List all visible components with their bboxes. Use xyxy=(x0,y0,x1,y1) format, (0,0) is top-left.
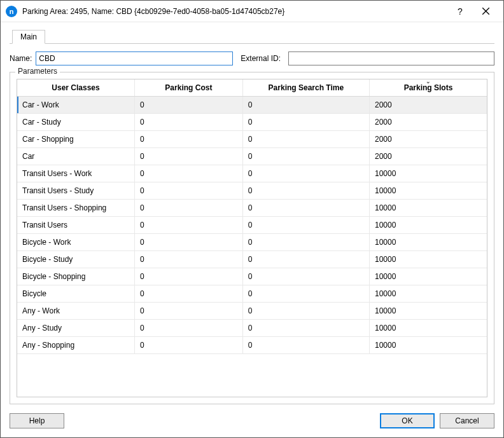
window-title: Parking Area: 2495, Name: CBD {4cb0929e-… xyxy=(22,7,284,16)
parameters-table[interactable]: User Classes Parking Cost Parking Search… xyxy=(17,79,487,354)
tab-main[interactable]: Main xyxy=(12,30,45,44)
cell-search-time[interactable]: 0 xyxy=(242,320,369,337)
cell-cost[interactable]: 0 xyxy=(135,97,243,114)
table-row[interactable]: Transit Users - Shopping0010000 xyxy=(17,200,487,217)
cell-user-class[interactable]: Bicycle xyxy=(17,285,135,303)
cell-cost[interactable]: 0 xyxy=(135,131,243,148)
table-row[interactable]: Bicycle0010000 xyxy=(17,285,487,303)
ok-button[interactable]: OK xyxy=(380,413,435,428)
cell-cost[interactable]: 0 xyxy=(135,268,243,285)
cell-user-class[interactable]: Transit Users xyxy=(17,217,135,234)
cell-search-time[interactable]: 0 xyxy=(242,131,369,148)
cell-search-time[interactable]: 0 xyxy=(242,217,369,234)
cell-slots[interactable]: 10000 xyxy=(369,251,487,268)
cell-slots[interactable]: 10000 xyxy=(369,285,487,303)
cell-search-time[interactable]: 0 xyxy=(242,148,369,165)
parameters-table-wrap: User Classes Parking Cost Parking Search… xyxy=(17,79,487,397)
cell-user-class[interactable]: Car xyxy=(17,148,135,165)
cell-slots[interactable]: 2000 xyxy=(369,97,487,114)
table-row[interactable]: Any - Study0010000 xyxy=(17,320,487,337)
cell-user-class[interactable]: Bicycle - Shopping xyxy=(17,268,135,285)
cell-slots[interactable]: 10000 xyxy=(369,165,487,182)
cell-cost[interactable]: 0 xyxy=(135,217,243,234)
table-row[interactable]: Transit Users - Work0010000 xyxy=(17,165,487,182)
cell-user-class[interactable]: Car - Study xyxy=(17,114,135,131)
cancel-button[interactable]: Cancel xyxy=(440,413,494,428)
cell-search-time[interactable]: 0 xyxy=(242,303,369,320)
name-input[interactable] xyxy=(36,51,233,65)
cell-slots[interactable]: 10000 xyxy=(369,303,487,320)
cell-slots[interactable]: 10000 xyxy=(369,217,487,234)
cell-user-class[interactable]: Transit Users - Shopping xyxy=(17,200,135,217)
cell-slots[interactable]: 10000 xyxy=(369,234,487,251)
cell-cost[interactable]: 0 xyxy=(135,320,243,337)
titlebar-help-button[interactable]: ? xyxy=(447,1,473,22)
cell-user-class[interactable]: Bicycle - Study xyxy=(17,251,135,268)
external-id-input[interactable] xyxy=(288,51,494,65)
table-row[interactable]: Bicycle - Study0010000 xyxy=(17,251,487,268)
table-row[interactable]: Car - Study002000 xyxy=(17,114,487,131)
table-row[interactable]: Bicycle - Work0010000 xyxy=(17,234,487,251)
cell-user-class[interactable]: Any - Shopping xyxy=(17,337,135,354)
parameters-legend: Parameters xyxy=(15,67,60,76)
cell-user-class[interactable]: Car - Work xyxy=(17,97,135,114)
cell-cost[interactable]: 0 xyxy=(135,285,243,303)
name-label: Name: xyxy=(10,54,32,63)
cell-search-time[interactable]: 0 xyxy=(242,285,369,303)
cell-cost[interactable]: 0 xyxy=(135,165,243,182)
cell-slots[interactable]: 10000 xyxy=(369,320,487,337)
dialog-footer: Help OK Cancel xyxy=(1,404,503,437)
cell-search-time[interactable]: 0 xyxy=(242,251,369,268)
cell-cost[interactable]: 0 xyxy=(135,303,243,320)
cell-slots[interactable]: 2000 xyxy=(369,131,487,148)
table-row[interactable]: Transit Users - Study0010000 xyxy=(17,182,487,200)
col-user-classes[interactable]: User Classes xyxy=(17,79,135,97)
cell-slots[interactable]: 2000 xyxy=(369,114,487,131)
col-parking-cost[interactable]: Parking Cost xyxy=(135,79,243,97)
table-row[interactable]: Car - Shopping002000 xyxy=(17,131,487,148)
cell-cost[interactable]: 0 xyxy=(135,234,243,251)
table-row[interactable]: Bicycle - Shopping0010000 xyxy=(17,268,487,285)
cell-cost[interactable]: 0 xyxy=(135,114,243,131)
parameters-fieldset: Parameters User Classes Parking Cost Par… xyxy=(10,72,494,404)
chevron-down-icon: ⌄ xyxy=(426,79,431,85)
cell-user-class[interactable]: Any - Work xyxy=(17,303,135,320)
table-row[interactable]: Car002000 xyxy=(17,148,487,165)
cell-search-time[interactable]: 0 xyxy=(242,97,369,114)
external-id-label: External ID: xyxy=(241,54,281,63)
cell-cost[interactable]: 0 xyxy=(135,251,243,268)
col-parking-search-time[interactable]: Parking Search Time xyxy=(242,79,369,97)
cell-user-class[interactable]: Any - Study xyxy=(17,320,135,337)
cell-search-time[interactable]: 0 xyxy=(242,268,369,285)
cell-user-class[interactable]: Transit Users - Work xyxy=(17,165,135,182)
table-row[interactable]: Any - Work0010000 xyxy=(17,303,487,320)
cell-user-class[interactable]: Transit Users - Study xyxy=(17,182,135,200)
cell-search-time[interactable]: 0 xyxy=(242,200,369,217)
cell-user-class[interactable]: Bicycle - Work xyxy=(17,234,135,251)
cell-slots[interactable]: 10000 xyxy=(369,200,487,217)
col-parking-slots-label: Parking Slots xyxy=(404,83,453,92)
cell-slots[interactable]: 10000 xyxy=(369,337,487,354)
col-parking-slots[interactable]: ⌄Parking Slots xyxy=(369,79,487,97)
form-row: Name: External ID: xyxy=(10,51,494,65)
table-row[interactable]: Car - Work002000 xyxy=(17,97,487,114)
cell-cost[interactable]: 0 xyxy=(135,182,243,200)
cell-slots[interactable]: 10000 xyxy=(369,268,487,285)
cell-slots[interactable]: 2000 xyxy=(369,148,487,165)
cell-cost[interactable]: 0 xyxy=(135,148,243,165)
cell-search-time[interactable]: 0 xyxy=(242,114,369,131)
table-row[interactable]: Transit Users0010000 xyxy=(17,217,487,234)
close-icon xyxy=(482,8,489,15)
cell-slots[interactable]: 10000 xyxy=(369,182,487,200)
cell-search-time[interactable]: 0 xyxy=(242,337,369,354)
cell-search-time[interactable]: 0 xyxy=(242,234,369,251)
titlebar: n Parking Area: 2495, Name: CBD {4cb0929… xyxy=(1,1,503,22)
table-row[interactable]: Any - Shopping0010000 xyxy=(17,337,487,354)
cell-cost[interactable]: 0 xyxy=(135,200,243,217)
cell-cost[interactable]: 0 xyxy=(135,337,243,354)
cell-search-time[interactable]: 0 xyxy=(242,165,369,182)
help-button[interactable]: Help xyxy=(10,413,64,428)
titlebar-close-button[interactable] xyxy=(473,1,498,22)
cell-search-time[interactable]: 0 xyxy=(242,182,369,200)
cell-user-class[interactable]: Car - Shopping xyxy=(17,131,135,148)
